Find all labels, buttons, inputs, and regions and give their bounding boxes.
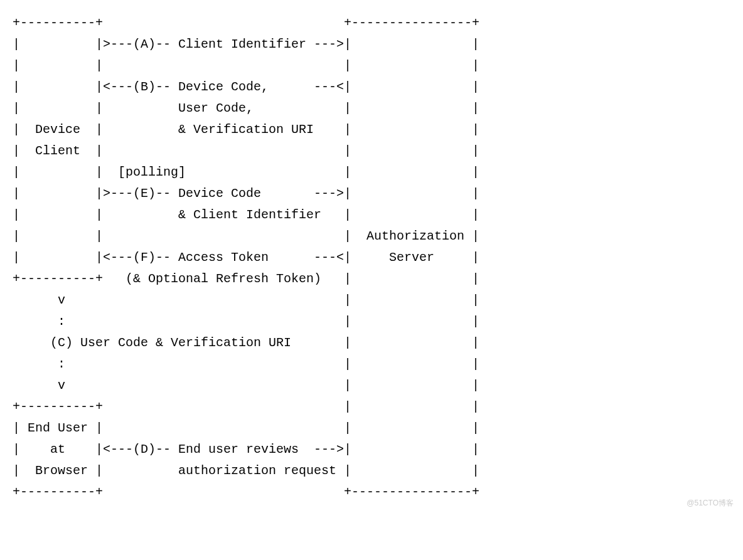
diagram-line: : | | [13,314,479,329]
diagram-line: (C) User Code & Verification URI | | [13,335,479,350]
diagram-line: | | | | [13,58,479,73]
diagram-line: +----------+ +----------------+ [13,16,479,30]
diagram-line: | | User Code, | | [13,101,479,115]
ascii-diagram: +----------+ +----------------+ | |>---(… [13,13,730,503]
diagram-line: | | [polling] | | [13,165,479,179]
diagram-line: | | | Authorization | [13,229,479,243]
diagram-line: | End User | | | [13,421,479,435]
diagram-line: v | | [13,378,479,393]
diagram-line: +----------+ (& Optional Refresh Token) … [13,272,479,286]
diagram-line: : | | [13,357,479,371]
diagram-line: | | & Client Identifier | | [13,208,479,222]
diagram-line: | |>---(E)-- Device Code --->| | [13,186,479,201]
diagram-line: +----------+ | | [13,399,479,414]
diagram-line: | Browser | authorization request | | [13,463,479,478]
diagram-line: | |<---(B)-- Device Code, ---<| | [13,80,479,94]
diagram-line: | |<---(F)-- Access Token ---<| Server | [13,250,479,265]
watermark-text: @51CTO博客 [687,497,734,509]
diagram-line: v | | [13,293,479,307]
diagram-line: | |>---(A)-- Client Identifier --->| | [13,37,479,51]
diagram-line: | Client | | | [13,144,479,158]
diagram-line: +----------+ +----------------+ [13,485,479,499]
diagram-line: | at |<---(D)-- End user reviews --->| | [13,442,479,457]
diagram-line: | Device | & Verification URI | | [13,122,479,137]
